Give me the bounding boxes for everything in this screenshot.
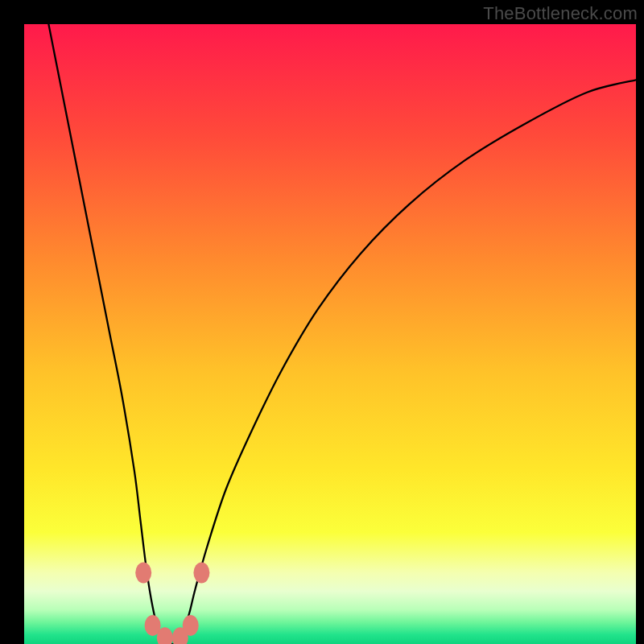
chart-frame: TheBottleneck.com [0,0,644,644]
bottleneck-chart [24,24,636,644]
gradient-background [24,24,636,644]
watermark-text: TheBottleneck.com [483,3,638,24]
curve-marker [135,562,151,583]
curve-marker [193,562,209,583]
curve-marker [183,615,199,636]
plot-area [24,24,636,644]
